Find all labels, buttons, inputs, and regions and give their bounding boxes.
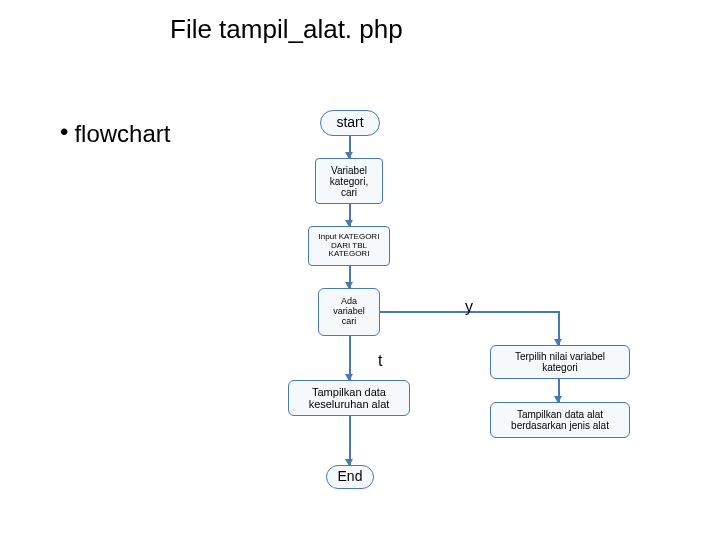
node-end: End: [326, 465, 374, 489]
node-variables-text: Variabel kategori, cari: [330, 165, 368, 198]
label-no: t: [378, 352, 382, 370]
node-decision-text: Ada variabel cari: [333, 297, 365, 327]
node-input-kategori: Input KATEGORI DARI TBL KATEGORI: [308, 226, 390, 266]
node-by-jenis-text: Tampilkan data alat berdasarkan jenis al…: [511, 409, 609, 431]
label-no-text: t: [378, 352, 382, 369]
node-selected-text: Terpilih nilai variabel kategori: [515, 351, 605, 373]
node-end-text: End: [338, 469, 363, 484]
node-selected-kategori: Terpilih nilai variabel kategori: [490, 345, 630, 379]
node-show-all: Tampilkan data keseluruhan alat: [288, 380, 410, 416]
bullet-text: flowchart: [74, 120, 170, 147]
node-variables: Variabel kategori, cari: [315, 158, 383, 204]
node-show-all-text: Tampilkan data keseluruhan alat: [309, 386, 390, 410]
bullet-dot: •: [60, 118, 68, 145]
label-yes-text: y: [465, 298, 473, 315]
node-decision-cari: Ada variabel cari: [318, 288, 380, 336]
label-yes: y: [465, 298, 473, 316]
node-input-text: Input KATEGORI DARI TBL KATEGORI: [319, 233, 380, 259]
node-start: start: [320, 110, 380, 136]
node-show-by-jenis: Tampilkan data alat berdasarkan jenis al…: [490, 402, 630, 438]
title-text: File tampil_alat. php: [170, 14, 403, 44]
bullet-item: •flowchart: [60, 120, 170, 148]
page-title: File tampil_alat. php: [170, 14, 403, 45]
node-start-text: start: [336, 115, 363, 130]
